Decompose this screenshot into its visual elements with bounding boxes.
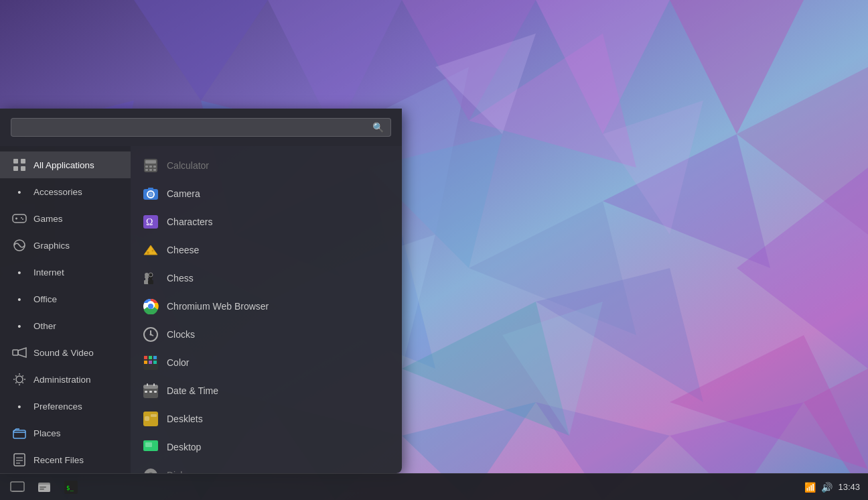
categories-panel: All Applications•Accessories Games Graph… — [0, 146, 131, 473]
taskbar: $_ 📶 🔊 13:43 — [0, 473, 868, 500]
category-item-games[interactable]: Games — [0, 205, 131, 232]
svg-rect-72 — [148, 188, 153, 190]
category-item-graphics[interactable]: Graphics — [0, 232, 131, 259]
category-item-recent-files[interactable]: Recent Files — [0, 446, 131, 473]
recent-files-icon — [12, 452, 27, 467]
svg-rect-57 — [14, 454, 25, 466]
category-item-office[interactable]: •Office — [0, 286, 131, 312]
app-item-date-time[interactable]: Date & Time — [131, 377, 402, 405]
category-label: All Applications — [33, 160, 94, 170]
svg-rect-64 — [149, 166, 152, 168]
svg-rect-115 — [11, 482, 24, 491]
svg-point-55 — [16, 376, 23, 383]
category-label: Internet — [33, 267, 64, 277]
category-item-all-applications[interactable]: All Applications — [0, 151, 131, 178]
svg-rect-119 — [40, 487, 46, 488]
svg-text:Ω: Ω — [146, 217, 153, 227]
svg-rect-97 — [144, 361, 147, 364]
taskbar-right: 📶 🔊 13:43 — [796, 482, 868, 493]
cat-icon-accessories: • — [12, 184, 27, 199]
category-label: Places — [33, 428, 61, 438]
taskbar-terminal-icon: $_ — [64, 481, 78, 494]
svg-rect-56 — [13, 430, 25, 438]
svg-point-77 — [147, 251, 149, 254]
cat-icon-preferences: • — [12, 399, 27, 414]
app-label: Desklets — [167, 414, 203, 424]
category-label: Preferences — [33, 401, 82, 412]
app-item-clocks[interactable]: Clocks — [131, 320, 402, 349]
app-icon-cheese — [143, 242, 159, 258]
svg-point-88 — [148, 304, 153, 309]
app-icon-chromium — [143, 298, 159, 314]
taskbar-files-icon — [38, 481, 51, 494]
svg-rect-46 — [21, 166, 25, 171]
category-label: Recent Files — [33, 455, 84, 465]
app-item-chromium[interactable]: Chromium Web Browser — [131, 292, 402, 320]
svg-rect-67 — [149, 169, 152, 171]
app-item-cheese[interactable]: Cheese — [131, 236, 402, 264]
svg-point-78 — [152, 250, 154, 252]
svg-rect-43 — [13, 159, 18, 164]
search-input[interactable] — [18, 122, 372, 133]
app-item-camera[interactable]: Camera — [131, 180, 402, 208]
app-icon-desklets — [143, 411, 159, 427]
svg-rect-62 — [145, 160, 156, 164]
app-item-color[interactable]: Color — [131, 349, 402, 377]
svg-rect-104 — [154, 391, 157, 393]
app-label: Camera — [167, 188, 200, 199]
svg-rect-44 — [21, 159, 25, 164]
svg-marker-75 — [144, 245, 157, 255]
games-icon — [12, 211, 27, 226]
svg-point-50 — [21, 217, 22, 218]
desktop: 🐧 $_ G — [0, 0, 868, 500]
app-label: Chess — [167, 273, 194, 284]
menu-content: All Applications•Accessories Games Graph… — [0, 146, 402, 473]
taskbar-volume-icon: 🔊 — [821, 482, 833, 493]
svg-text:$_: $_ — [66, 485, 74, 491]
menu-panel: 🔍 All Applications•Accessories Games — [0, 109, 402, 473]
category-item-accessories[interactable]: •Accessories — [0, 178, 131, 205]
category-item-other[interactable]: •Other — [0, 312, 131, 339]
svg-rect-106 — [153, 383, 155, 386]
app-label: Color — [167, 357, 189, 368]
svg-rect-68 — [153, 169, 156, 171]
app-item-desktop[interactable]: Desktop — [131, 433, 402, 461]
app-icon-desktop — [143, 439, 159, 455]
category-item-internet[interactable]: •Internet — [0, 259, 131, 286]
app-item-disks[interactable]: Disks — [131, 461, 402, 473]
svg-point-112 — [144, 468, 157, 473]
category-item-places[interactable]: Places — [0, 420, 131, 446]
app-item-calculator[interactable]: Calculator — [131, 151, 402, 180]
app-item-desklets[interactable]: Desklets — [131, 405, 402, 433]
category-label: Graphics — [33, 241, 70, 251]
category-item-sound-video[interactable]: Sound & Video — [0, 339, 131, 366]
svg-rect-99 — [153, 361, 157, 364]
svg-rect-65 — [153, 166, 156, 168]
svg-rect-96 — [153, 356, 157, 359]
category-item-preferences[interactable]: •Preferences — [0, 393, 131, 420]
show-desktop-icon — [10, 481, 25, 493]
app-icon-camera — [143, 186, 159, 202]
svg-marker-54 — [18, 348, 26, 357]
taskbar-show-desktop[interactable] — [5, 477, 29, 498]
svg-rect-47 — [13, 214, 26, 223]
category-label: Sound & Video — [33, 348, 94, 358]
svg-rect-103 — [149, 391, 152, 393]
svg-rect-95 — [149, 356, 152, 359]
category-item-administration[interactable]: Administration — [0, 366, 131, 393]
svg-rect-98 — [149, 361, 152, 364]
svg-point-51 — [22, 218, 23, 220]
taskbar-files[interactable] — [32, 477, 56, 498]
app-item-chess[interactable]: Chess — [131, 264, 402, 292]
app-item-characters[interactable]: Ω Characters — [131, 208, 402, 236]
taskbar-terminal[interactable]: $_ — [59, 477, 83, 498]
cat-icon-other: • — [12, 318, 27, 333]
taskbar-time: 13:43 — [838, 482, 860, 492]
app-label: Calculator — [167, 160, 209, 171]
app-label: Desktop — [167, 442, 201, 452]
svg-point-86 — [149, 273, 153, 277]
app-label: Date & Time — [167, 385, 218, 396]
svg-point-71 — [149, 192, 153, 196]
app-icon-characters: Ω — [143, 214, 159, 230]
svg-rect-102 — [145, 391, 147, 393]
